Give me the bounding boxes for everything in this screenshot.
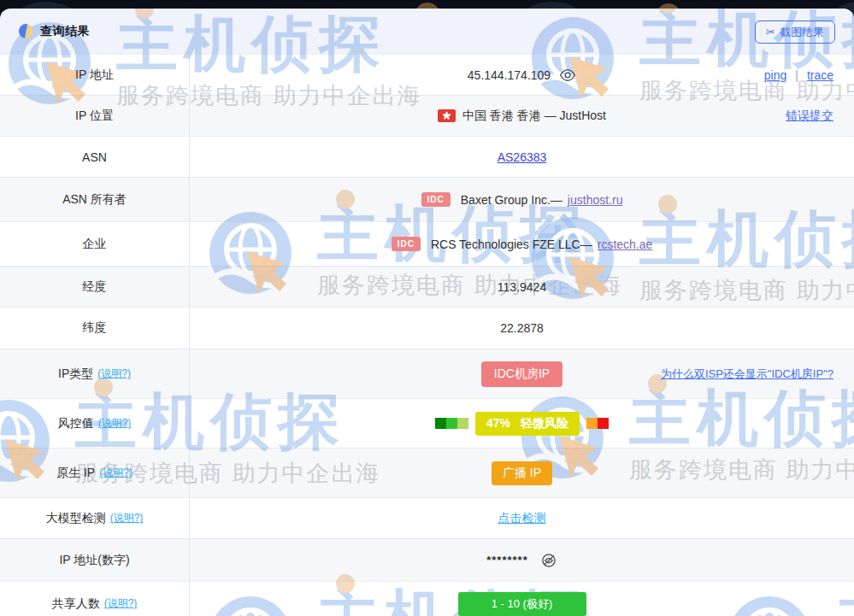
table-row-risk-score: 风控值 (说明?) 47%轻微风险	[0, 398, 854, 448]
idc-badge: IDC	[421, 192, 451, 207]
eye-off-icon[interactable]	[540, 552, 557, 569]
table-row-longitude: 经度 113.9424	[0, 266, 854, 307]
risk-level: 轻微风险	[521, 416, 568, 430]
table-row-location: IP 位置 中国 香港 香港 — JustHost 错误提交	[0, 95, 854, 136]
latitude-value: 22.2878	[500, 321, 544, 335]
asn-owner-site-link[interactable]: justhost.ru	[568, 193, 623, 207]
table-row-ip: IP 地址 45.144.174.109 ping | trace	[0, 54, 854, 95]
eye-icon[interactable]	[559, 67, 576, 84]
table-row-llm-check: 大模型检测 (说明?) 点击检测	[0, 497, 854, 538]
row-label: 纬度	[83, 320, 107, 336]
error-submit-link[interactable]: 错误提交	[786, 109, 833, 124]
company-value: RCS Technologies FZE LLC—	[431, 238, 592, 251]
why-dual-isp-link[interactable]: 为什么双ISP还会显示"IDC机房IP"?	[661, 367, 833, 382]
risk-segment	[457, 418, 468, 429]
table-row-shared-count: 共享人数 (说明?) 1 - 10 (极好)	[0, 581, 854, 616]
row-label: IP 地址(数字)	[59, 553, 129, 568]
row-label: 共享人数	[52, 596, 100, 612]
row-label: IP 地址	[75, 67, 114, 83]
table-row-ip-numeric: IP 地址(数字) ********	[0, 538, 854, 581]
asn-owner-value: Baxet Group Inc.—	[461, 193, 562, 207]
result-panel: 主机侦探服务跨境电商 助力中企出海 主机侦探服务跨境电商 助力中企出海 主机侦探…	[0, 9, 854, 616]
screenshot-button-label: 截图结果	[780, 25, 824, 40]
risk-meter: 47%轻微风险	[435, 412, 609, 436]
row-label: IP 位置	[75, 109, 114, 124]
row-label: ASN 所有者	[62, 192, 127, 208]
row-label: IP类型	[58, 367, 93, 382]
row-label: 大模型检测	[46, 511, 106, 526]
risk-segment	[598, 418, 609, 429]
scissors-icon: ✂	[766, 26, 775, 38]
explain-link[interactable]: (说明?)	[99, 466, 133, 480]
risk-score-badge: 47%轻微风险	[475, 412, 580, 436]
row-label: 企业	[83, 237, 107, 252]
risk-segment	[435, 418, 446, 429]
page-title: 查询结果	[40, 24, 90, 39]
explain-link[interactable]: (说明?)	[97, 367, 131, 381]
table-row-asn-owner: ASN 所有者 IDC Baxet Group Inc.— justhost.r…	[0, 177, 854, 221]
hk-flag-icon	[438, 109, 456, 122]
risk-segment	[446, 418, 457, 429]
company-site-link[interactable]: rcstech.ae	[598, 238, 653, 251]
explain-link[interactable]: (说明?)	[98, 416, 132, 431]
table-row-native-ip: 原生 IP (说明?) 广播 IP	[0, 448, 854, 497]
location-value: 中国 香港 香港 — JustHost	[462, 109, 606, 124]
risk-segment	[586, 418, 598, 429]
ping-link[interactable]: ping	[764, 68, 786, 82]
logo-sphere-icon	[19, 24, 33, 38]
row-label: ASN	[82, 150, 107, 164]
asn-link[interactable]: AS26383	[498, 150, 547, 164]
row-label: 经度	[83, 279, 107, 295]
row-label: 风控值	[58, 416, 94, 431]
masked-ip-numeric-value: ********	[486, 554, 527, 566]
click-detect-link[interactable]: 点击检测	[498, 511, 546, 526]
screenshot-result-button[interactable]: ✂ 截图结果	[755, 21, 835, 44]
risk-percent: 47%	[486, 416, 510, 430]
table-row-company: 企业 IDC RCS Technologies FZE LLC— rcstech…	[0, 221, 854, 266]
table-row-ip-type: IP类型 (说明?) IDC机房IP 为什么双ISP还会显示"IDC机房IP"?	[0, 349, 854, 398]
idc-room-ip-badge: IDC机房IP	[481, 361, 562, 387]
table-row-latitude: 纬度 22.2878	[0, 307, 854, 349]
row-label: 原生 IP	[56, 466, 95, 481]
broadcast-ip-badge: 广播 IP	[492, 461, 552, 485]
idc-badge: IDC	[392, 237, 421, 251]
explain-link[interactable]: (说明?)	[104, 596, 138, 611]
link-separator: |	[795, 68, 798, 82]
explain-link[interactable]: (说明?)	[110, 511, 144, 525]
shared-count-badge: 1 - 10 (极好)	[458, 592, 586, 616]
ip-address-value: 45.144.174.109	[468, 68, 551, 82]
table-row-asn: ASN AS26383	[0, 136, 854, 177]
longitude-value: 113.9424	[498, 280, 546, 294]
trace-link[interactable]: trace	[807, 68, 833, 82]
result-header: 查询结果 ✂ 截图结果	[0, 9, 854, 54]
